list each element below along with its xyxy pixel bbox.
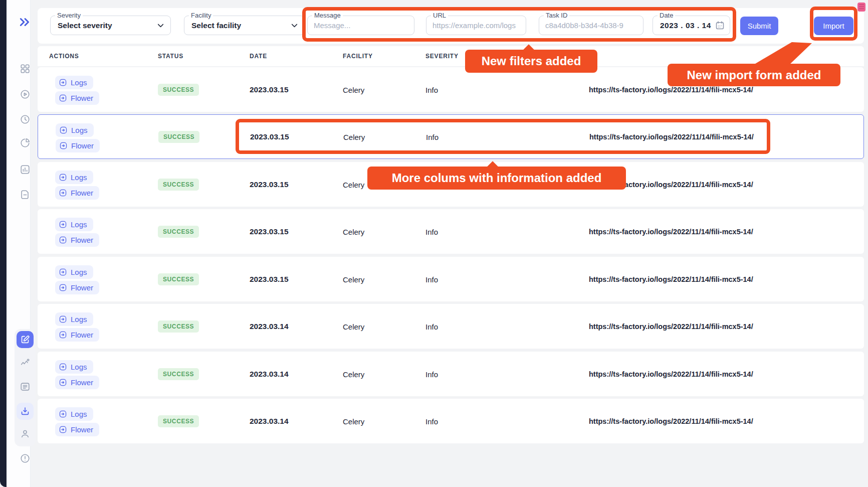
status-badge: SUCCESS [158, 320, 199, 333]
severity-cell: Info [425, 417, 438, 425]
chevron-down-icon [290, 21, 299, 32]
facility-cell: Celery [343, 322, 364, 331]
url-cell: https://ts-factory.io/logs/2022/11/14/fi… [589, 275, 753, 283]
document-icon[interactable] [20, 189, 31, 200]
task-id-label: Task ID [544, 12, 569, 20]
edit-icon-active[interactable] [17, 331, 34, 348]
table-row: Logs Flower SUCCESS 2023.03.14 Celery In… [38, 352, 864, 396]
severity-cell: Info [426, 132, 439, 141]
url-field: URL [426, 16, 526, 35]
alert-circle-icon[interactable] [20, 453, 31, 464]
table-row: Logs Flower SUCCESS 2023.03.15 Celery In… [38, 209, 864, 254]
facility-select[interactable]: Facility Select facility [184, 16, 305, 35]
bar-chart-icon[interactable] [20, 164, 31, 175]
person-icon[interactable] [20, 428, 31, 439]
list-icon[interactable] [20, 381, 31, 392]
import-button[interactable]: Import [814, 17, 853, 35]
status-badge: SUCCESS [158, 273, 199, 285]
flower-link[interactable]: Flower [55, 328, 99, 342]
arrow-square-icon [59, 283, 67, 292]
status-badge: SUCCESS [158, 226, 199, 238]
arrow-square-icon [59, 141, 68, 150]
flower-link[interactable]: Flower [55, 281, 99, 294]
status-badge: SUCCESS [158, 368, 199, 380]
import-callout: New import form added [668, 64, 840, 86]
column-header-date: DATE [250, 53, 267, 60]
flower-link[interactable]: Flower [55, 376, 99, 389]
dark-rail [0, 0, 7, 487]
clock-icon[interactable] [20, 114, 31, 125]
arrow-square-icon [59, 220, 67, 229]
facility-cell: Celery [343, 132, 365, 141]
filters-callout: New filters added [465, 50, 597, 73]
arrow-square-icon [59, 425, 67, 434]
url-label: URL [431, 12, 448, 20]
facility-cell: Celery [343, 85, 364, 94]
arrow-square-icon [59, 268, 67, 276]
column-header-status: STATUS [158, 53, 183, 60]
logs-link[interactable]: Logs [55, 265, 93, 279]
severity-cell: Info [425, 322, 438, 331]
arrow-square-icon [59, 94, 67, 102]
facility-label: Facility [189, 12, 213, 20]
column-header-severity: SEVERITY [425, 53, 459, 60]
facility-cell: Celery [343, 417, 364, 425]
flower-link[interactable]: Flower [56, 139, 100, 152]
column-header-facility: FACILITY [343, 53, 373, 60]
submit-button[interactable]: Submit [740, 17, 778, 35]
url-cell: https://ts-factory.io/logs/2022/11/14/fi… [589, 228, 753, 236]
table-row: Logs Flower SUCCESS 2023.03.14 Celery In… [38, 304, 864, 349]
arrow-square-icon [59, 189, 67, 197]
facility-cell: Celery [343, 275, 364, 283]
pie-chart-icon[interactable] [20, 137, 31, 148]
chevron-down-icon [156, 21, 165, 32]
status-badge: SUCCESS [158, 131, 199, 143]
date-cell: 2023.03.15 [250, 275, 289, 284]
url-cell: https://ts-factory.io/logs/2022/11/14/fi… [589, 370, 753, 378]
date-cell: 2023.03.14 [250, 370, 289, 379]
logs-link[interactable]: Logs [55, 312, 93, 326]
severity-select[interactable]: Severity Select severity [50, 16, 171, 35]
url-cell: https://ts-factory.io/logs/2022/11/14/fi… [589, 417, 753, 425]
activity-icon[interactable] [20, 358, 31, 369]
date-cell: 2023.03.15 [250, 227, 289, 236]
flower-link[interactable]: Flower [55, 186, 99, 200]
corner-badge-icon[interactable] [857, 3, 865, 12]
flower-link[interactable]: Flower [55, 91, 99, 105]
logs-link[interactable]: Logs [55, 218, 93, 231]
double-chevron-right-icon[interactable] [19, 16, 32, 29]
arrow-square-icon [59, 78, 67, 87]
arrow-square-icon [59, 236, 67, 244]
severity-cell: Info [425, 370, 438, 378]
table-row: Logs Flower SUCCESS 2023.03.14 Celery In… [38, 399, 864, 443]
table-row: Logs Flower SUCCESS 2023.03.15 Celery In… [38, 257, 864, 301]
facility-cell: Celery [343, 180, 364, 189]
severity-label: Severity [55, 12, 83, 20]
logs-link[interactable]: Logs [55, 407, 93, 421]
calendar-icon[interactable] [715, 20, 725, 33]
logs-link[interactable]: Logs [55, 76, 93, 89]
arrow-square-icon [59, 173, 67, 182]
table-row-highlighted: Logs Flower SUCCESS 2023.03.15 Celery In… [38, 114, 864, 159]
flower-link[interactable]: Flower [55, 423, 99, 436]
arrow-square-icon [59, 363, 67, 371]
date-cell: 2023.03.14 [250, 322, 289, 331]
logs-link[interactable]: Logs [56, 123, 94, 137]
table-header: ACTIONS STATUS DATE FACILITY SEVERITY [38, 46, 864, 66]
logs-link[interactable]: Logs [55, 171, 93, 184]
url-cell: https://ts-factory.io/logs/2022/11/14/fi… [589, 86, 753, 94]
date-cell: 2023.03.14 [250, 417, 289, 426]
arrow-square-icon [59, 126, 68, 134]
logs-link[interactable]: Logs [55, 360, 93, 374]
filter-bar: Severity Select severity Facility Select… [38, 8, 864, 44]
facility-cell: Celery [343, 227, 364, 236]
play-circle-icon[interactable] [20, 89, 31, 100]
download-icon-active[interactable] [17, 403, 34, 420]
date-cell: 2023.03.15 [250, 85, 289, 94]
url-cell: https://ts-factory.io/logs/2022/11/14/fi… [589, 133, 754, 141]
flower-link[interactable]: Flower [55, 233, 99, 247]
date-field[interactable]: Date 2023 . 03 . 14 [653, 16, 730, 35]
url-cell: https://ts-factory.io/logs/2022/11/14/fi… [589, 322, 753, 331]
dashboard-grid-icon[interactable] [20, 63, 31, 74]
arrow-square-icon [59, 378, 67, 387]
